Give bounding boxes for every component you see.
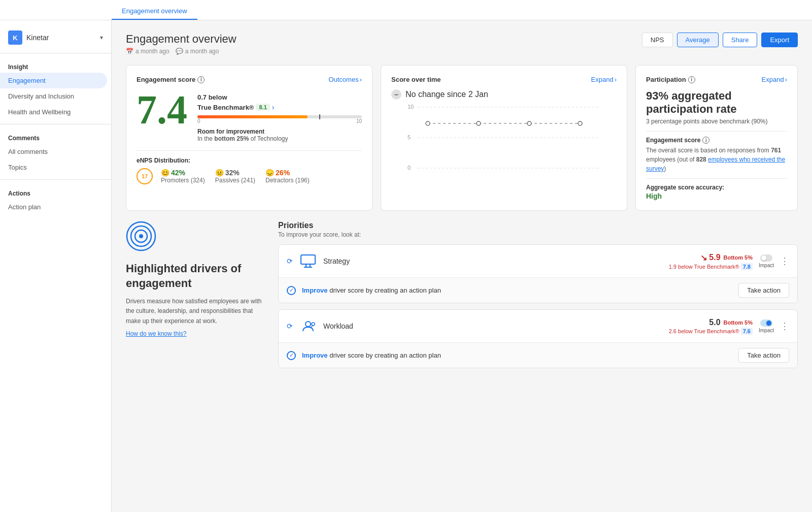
promoters-pct: 42%: [171, 169, 185, 177]
eng-score-desc: The overall score is based on responses …: [646, 146, 787, 173]
enps-row: 17 😊 42% Promoters (324): [137, 168, 362, 184]
org-dropdown-icon: ▾: [100, 34, 103, 41]
page-title: Engagement overview: [126, 33, 236, 46]
participation-sub: 3 percentage points above benchmark (90%…: [646, 118, 787, 125]
detractors-label: Detractors (196): [265, 177, 310, 184]
benchmark-badge: 8.1: [256, 104, 269, 111]
workload-icon: [299, 317, 317, 335]
participation-card-header: Participation i Expand ›: [646, 76, 787, 83]
driver-workload-name: Workload: [323, 322, 663, 330]
svg-text:10: 10: [408, 104, 414, 110]
meta-comment-text: a month ago: [185, 48, 219, 55]
drivers-link[interactable]: How do we know this?: [126, 330, 268, 337]
strategy-tb-badge: 7.8: [741, 263, 753, 270]
svg-point-9: [426, 121, 430, 125]
participation-expand-link[interactable]: Expand ›: [762, 76, 787, 83]
workload-impact-toggle: [760, 319, 772, 327]
enps-detractors: 😞 26% Detractors (196): [265, 169, 310, 184]
top-tab-engagement[interactable]: Engagement overview: [112, 3, 197, 20]
score-over-time-card: Score over time Expand › – No change sin…: [381, 65, 627, 211]
employees-total: 828: [696, 156, 706, 163]
eng-score-info-icon[interactable]: i: [702, 137, 709, 144]
main-content: Engagement overview 📅 a month ago 💬 a mo…: [112, 20, 812, 512]
score-card-title: Engagement score i: [137, 76, 205, 83]
accuracy-section: Aggregate score accuracy: High: [646, 178, 787, 200]
sidebar-divider-2: [0, 179, 111, 180]
score-bar-fill: [197, 115, 308, 118]
accuracy-value: High: [646, 192, 787, 200]
eng-score-title: Engagement score i: [646, 137, 787, 144]
strategy-impact-toggle: [760, 254, 772, 262]
drivers-title: Highlighted drivers of engagement: [126, 262, 268, 291]
sidebar-divider-1: [0, 124, 111, 124]
strategy-action-check: [287, 286, 296, 295]
driver-strategy-impact[interactable]: Impact: [759, 254, 774, 268]
target-icon: [126, 221, 156, 251]
score-info-icon[interactable]: i: [197, 76, 205, 83]
sidebar-item-all-comments[interactable]: All comments: [0, 144, 107, 159]
participation-card: Participation i Expand › 93% aggregated …: [635, 65, 798, 211]
driver-workload-score-section: 5.0 Bottom 5% 2.6 below True Benchmark® …: [669, 318, 753, 334]
header-actions: NPS Average Share Export: [642, 33, 798, 47]
time-expand-link[interactable]: Expand ›: [591, 76, 617, 83]
org-avatar: K: [8, 30, 22, 45]
workload-action-text: Improve driver score by creating an acti…: [302, 351, 732, 359]
driver-strategy-score-section: ↘ 5.9 Bottom 5% 1.9 below True Benchmark…: [669, 253, 753, 270]
sidebar-item-health[interactable]: Health and Wellbeing: [0, 104, 107, 120]
promoters-label: Promoters (324): [161, 177, 205, 184]
promoters-emoji: 😊: [161, 169, 170, 177]
driver-strategy-expand[interactable]: ⟳: [287, 257, 293, 265]
calendar-icon: 📅: [126, 48, 133, 55]
strategy-take-action-button[interactable]: Take action: [738, 283, 789, 298]
participation-info-icon[interactable]: i: [688, 76, 695, 83]
sidebar: K Kinetar ▾ Insight Engagement Diversity…: [0, 20, 112, 512]
share-button[interactable]: Share: [723, 33, 758, 47]
drivers-desc: Drivers measure how satisfied employees …: [126, 297, 268, 326]
workload-take-action-button[interactable]: Take action: [738, 348, 789, 363]
cards-row: Engagement score i Outcomes › 7.4 0.7 be…: [126, 65, 798, 211]
score-card-header: Engagement score i Outcomes ›: [137, 76, 362, 83]
sidebar-item-diversity[interactable]: Diversity and Inclusion: [0, 88, 107, 104]
meta-calendar-text: a month ago: [136, 48, 170, 55]
driver-card-strategy: ⟳ Strategy ↘: [278, 244, 798, 303]
driver-workload-impact[interactable]: Impact: [759, 319, 774, 333]
passives-emoji: 😐: [215, 169, 224, 177]
sidebar-item-action-plan[interactable]: Action plan: [0, 199, 107, 215]
driver-strategy-more[interactable]: ⋮: [780, 257, 789, 266]
svg-point-20: [139, 234, 143, 238]
score-main: 7.4 0.7 below True Benchmark® 8.1 ›: [137, 89, 362, 142]
passives-label: Passives (241): [215, 177, 255, 184]
bottom-section: Highlighted drivers of engagement Driver…: [126, 221, 798, 374]
average-button[interactable]: Average: [677, 33, 719, 47]
benchmark-row: True Benchmark® 8.1 ›: [197, 103, 362, 111]
sidebar-item-engagement[interactable]: Engagement: [0, 73, 107, 88]
priorities-header: Priorities To improve your score, look a…: [278, 221, 798, 238]
svg-point-25: [306, 322, 311, 327]
participation-card-title: Participation i: [646, 76, 695, 83]
driver-strategy-action: Improve driver score by creating an acti…: [279, 277, 797, 303]
driver-workload-action: Improve driver score by creating an acti…: [279, 342, 797, 368]
strategy-icon: [299, 252, 317, 270]
comment-icon: 💬: [176, 48, 183, 55]
driver-workload-percentile: Bottom 5%: [724, 319, 753, 326]
nps-button[interactable]: NPS: [642, 33, 673, 47]
score-details: 0.7 below True Benchmark® 8.1 ›: [197, 89, 362, 142]
export-button[interactable]: Export: [761, 33, 798, 47]
score-bar-marker: [319, 114, 320, 119]
score-bar-labels: 0 10: [197, 118, 362, 124]
no-change-badge: –: [391, 89, 401, 100]
benchmark-arrow-icon[interactable]: ›: [272, 103, 275, 111]
org-selector[interactable]: K Kinetar ▾: [0, 26, 111, 53]
sidebar-item-topics[interactable]: Topics: [0, 159, 107, 175]
driver-workload-more[interactable]: ⋮: [780, 322, 789, 331]
outcomes-link[interactable]: Outcomes ›: [328, 76, 362, 83]
page-meta: 📅 a month ago 💬 a month ago: [126, 48, 236, 55]
page-header-left: Engagement overview 📅 a month ago 💬 a mo…: [126, 33, 236, 55]
driver-strategy-benchmark: 1.9 below True Benchmark® 7.8: [669, 264, 753, 270]
driver-card-workload: ⟳ Workload 5.0 Bottom 5%: [278, 309, 798, 368]
score-chart: 10 5 0 19 Dec: [391, 100, 617, 171]
driver-workload-expand[interactable]: ⟳: [287, 322, 293, 330]
employees-responded: 761: [771, 147, 781, 154]
survey-link[interactable]: employees who received the survey: [646, 156, 785, 172]
score-bar-track: [197, 115, 362, 118]
